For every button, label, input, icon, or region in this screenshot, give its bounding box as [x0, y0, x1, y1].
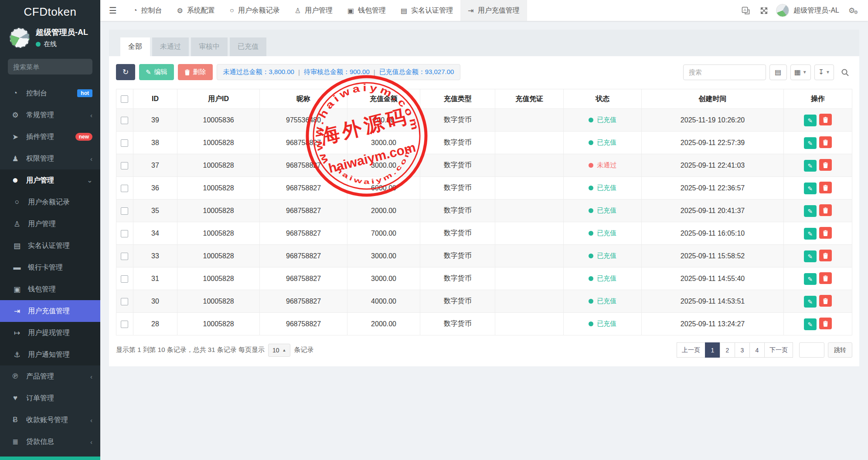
row-checkbox[interactable] [121, 139, 128, 147]
delete-button[interactable]: 删除 [178, 64, 213, 80]
sidebar-item-用户余额记录[interactable]: ○用户余额记录 [0, 191, 100, 213]
row-delete-button[interactable] [819, 272, 832, 284]
page-button-3[interactable]: 3 [735, 342, 750, 358]
view-toggle-button[interactable]: ▤ [769, 64, 787, 80]
row-delete-button[interactable] [819, 204, 832, 216]
sidebar-item-用户管理[interactable]: ☻用户管理⌄ [0, 169, 100, 191]
row-checkbox[interactable] [121, 230, 128, 237]
row-delete-button[interactable] [819, 295, 832, 307]
tab-未通过[interactable]: 未通过 [152, 37, 189, 56]
topnav-item-label: 实名认证管理 [411, 6, 453, 15]
sidebar-item-label: 产品管理 [26, 372, 84, 381]
prev-page-button[interactable]: 上一页 [677, 342, 705, 358]
sidebar-search-input[interactable] [13, 63, 100, 71]
fullscreen-icon[interactable] [755, 0, 773, 21]
edit-button[interactable]: ✎编辑 [139, 64, 174, 80]
row-delete-button[interactable] [819, 159, 832, 171]
row-edit-button[interactable]: ✎ [804, 228, 817, 240]
row-edit-button[interactable]: ✎ [804, 137, 817, 149]
topnav-avatar[interactable] [776, 4, 789, 17]
topnav-item-实名认证管理[interactable]: ▤实名认证管理 [393, 0, 460, 21]
sidebar-item-用户管理[interactable]: ♙用户管理 [0, 213, 100, 235]
tab-审核中[interactable]: 审核中 [191, 37, 228, 56]
search-icon [841, 68, 849, 76]
topnav-item-用户充值管理[interactable]: ⇥用户充值管理 [460, 0, 527, 21]
sidebar-item-银行卡管理[interactable]: ▬银行卡管理 [0, 257, 100, 278]
row-edit-button[interactable]: ✎ [804, 318, 817, 330]
row-checkbox[interactable] [121, 162, 128, 169]
chevron-left-icon: ‹ [90, 438, 92, 446]
row-edit-button[interactable]: ✎ [804, 250, 817, 262]
columns-button[interactable]: ▦▼ [790, 64, 811, 80]
topnav-item-控制台[interactable]: ◔控制台 [126, 0, 170, 21]
table-search-input[interactable] [683, 64, 766, 80]
row-delete-button[interactable] [819, 182, 832, 193]
row-checkbox[interactable] [121, 253, 128, 260]
sidebar-item-常规管理[interactable]: ⚙常规管理‹ [0, 104, 100, 126]
cell-voucher [495, 177, 564, 200]
refresh-button[interactable]: ↻ [116, 64, 135, 80]
row-edit-button[interactable]: ✎ [804, 296, 817, 308]
user-status: 在线 [36, 40, 88, 48]
topnav-item-label: 用户充值管理 [478, 6, 520, 15]
hamburger-menu-icon[interactable]: ☰ [100, 0, 126, 21]
chevron-left-icon: ‹ [90, 373, 92, 380]
cell-id: 39 [133, 109, 177, 132]
cell-status: 已充值 [564, 290, 642, 313]
topnav-item-系统配置[interactable]: ⚙系统配置 [170, 0, 222, 21]
jump-button[interactable]: 跳转 [828, 342, 852, 358]
sidebar-item-钱包管理[interactable]: ▣钱包管理 [0, 278, 100, 300]
row-checkbox[interactable] [121, 275, 128, 283]
row-checkbox[interactable] [121, 321, 128, 328]
chevron-down-icon: ⌄ [87, 176, 92, 184]
settings-gears-icon[interactable]: ⚙⚙ [844, 0, 862, 21]
sidebar-item-用户充值管理[interactable]: ⇥用户充值管理 [0, 300, 100, 322]
sidebar-item-订单管理[interactable]: ♥订单管理 [0, 387, 100, 409]
row-checkbox[interactable] [121, 298, 128, 305]
sidebar-item-收款账号管理[interactable]: Ƀ收款账号管理‹ [0, 409, 100, 431]
status-dot-icon [589, 140, 593, 145]
select-all-checkbox[interactable] [121, 95, 128, 103]
sidebar-item-label: 用户管理 [26, 176, 81, 185]
sidebar-item-实名认证管理[interactable]: ▤实名认证管理 [0, 235, 100, 257]
row-edit-button[interactable]: ✎ [804, 115, 817, 126]
topnav-username[interactable]: 超级管理员-AL [793, 6, 839, 15]
sidebar-item-权限管理[interactable]: ♟权限管理‹ [0, 148, 100, 169]
sidebar-item-产品管理[interactable]: ℗产品管理‹ [0, 365, 100, 387]
row-delete-button[interactable] [819, 318, 832, 329]
jump-page-input[interactable] [799, 342, 824, 358]
row-edit-button[interactable]: ✎ [804, 273, 817, 285]
row-delete-button[interactable] [819, 114, 832, 125]
tab-全部[interactable]: 全部 [120, 37, 150, 56]
row-delete-button[interactable] [819, 227, 832, 239]
sidebar-item-用户提现管理[interactable]: ↦用户提现管理 [0, 322, 100, 344]
pencil-icon: ✎ [808, 276, 813, 283]
row-checkbox[interactable] [121, 207, 128, 215]
per-page-select[interactable]: 10▲ [268, 344, 291, 357]
sidebar-item-贷款信息[interactable]: ≣贷款信息‹ [0, 431, 100, 453]
page-button-2[interactable]: 2 [720, 342, 735, 358]
translate-icon[interactable]: A [737, 0, 754, 21]
row-edit-button[interactable]: ✎ [804, 183, 817, 194]
row-delete-button[interactable] [819, 250, 832, 261]
page-button-4[interactable]: 4 [749, 342, 765, 358]
bitcoin-icon: Ƀ [10, 416, 20, 424]
row-checkbox[interactable] [121, 185, 128, 192]
sidebar-item-插件管理[interactable]: ➤插件管理new [0, 126, 100, 148]
topnav-item-用户管理[interactable]: ♙用户管理 [287, 0, 340, 21]
row-edit-button[interactable]: ✎ [804, 160, 817, 172]
tab-已充值[interactable]: 已充值 [230, 37, 266, 56]
next-page-button[interactable]: 下一页 [764, 342, 793, 358]
row-checkbox[interactable] [121, 117, 128, 124]
cell-voucher [495, 132, 564, 154]
sidebar-item-控制台[interactable]: ◔控制台hot [0, 82, 100, 104]
pencil-icon: ✎ [808, 140, 813, 147]
search-submit-button[interactable] [837, 64, 852, 80]
row-edit-button[interactable]: ✎ [804, 205, 817, 217]
page-button-1[interactable]: 1 [705, 342, 720, 358]
row-delete-button[interactable] [819, 136, 832, 148]
topnav-item-钱包管理[interactable]: ▣钱包管理 [340, 0, 393, 21]
topnav-item-用户余额记录[interactable]: ○用户余额记录 [222, 0, 287, 21]
export-button[interactable]: ↧▼ [814, 64, 834, 80]
sidebar-item-用户通知管理[interactable]: ⚓用户通知管理 [0, 344, 100, 365]
